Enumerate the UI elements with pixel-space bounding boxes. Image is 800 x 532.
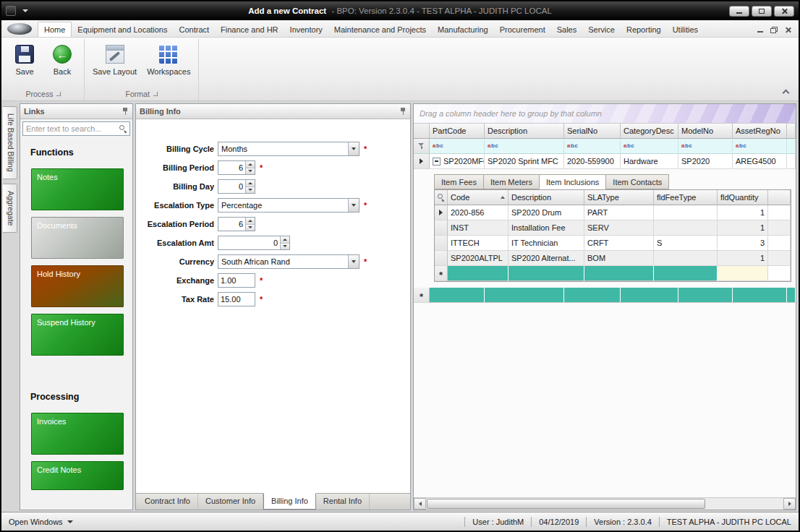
column-header-categorydesc[interactable]: CategoryDesc [621,124,678,139]
cell-assetregno[interactable]: AREG4500 [733,154,787,169]
minimize-button[interactable] [729,6,749,17]
column-header-modelno[interactable]: ModelNo [678,124,733,139]
escalation-period-input[interactable] [218,218,245,231]
new-row-cell-quantity[interactable] [718,266,768,281]
dropdown-arrow-button[interactable] [348,142,359,155]
ribbon-tab-utilities[interactable]: Utilities [667,22,704,37]
ribbon-tab-service[interactable]: Service [582,22,621,37]
new-row-cell[interactable] [508,266,584,281]
spin-down-button[interactable] [281,244,289,250]
tax-rate-input[interactable] [218,293,255,306]
scrollbar-thumb[interactable] [427,499,705,509]
ribbon-tab-reporting[interactable]: Reporting [621,22,667,37]
dropdown-arrow-button[interactable] [348,255,359,268]
new-row-cell[interactable] [621,288,678,303]
detail-cell-fldfeetype[interactable] [654,205,718,220]
billing-cycle-dropdown[interactable]: Months [218,142,359,156]
new-row-cell[interactable] [564,288,621,303]
tab-rental-info[interactable]: Rental Info [316,494,370,510]
scroll-left-button[interactable] [414,498,426,510]
new-row-cell[interactable] [485,288,564,303]
tab-item-meters[interactable]: Item Meters [483,174,539,189]
detail-cell-code[interactable]: INST [448,220,508,236]
new-row-cell[interactable] [448,266,508,281]
back-button[interactable]: Back [44,42,80,79]
detail-cell-code[interactable]: 2020-856 [448,205,508,220]
filter-cell-serialno[interactable] [564,139,621,154]
spin-up-button[interactable] [281,236,289,244]
child-close-icon[interactable] [785,27,791,33]
detail-cell-fldquantity[interactable]: 1 [718,251,768,266]
detail-cell-slatype[interactable]: PART [584,205,654,220]
column-header-assetregno[interactable]: AssetRegNo [733,124,787,139]
detail-cell-description[interactable]: Installation Fee [508,220,584,236]
detail-cell-description[interactable]: SP2020 Drum [508,205,584,220]
column-header-description[interactable]: Description [485,124,564,139]
spin-up-button[interactable] [246,180,255,187]
detail-cell-slatype[interactable]: BOM [584,251,654,266]
invoices-button[interactable]: Invoices [31,413,124,455]
save-layout-button[interactable]: Save Layout [88,42,141,79]
cell-partcode[interactable]: SP2020MFC [430,154,485,169]
open-windows-dropdown[interactable]: Open Windows [9,518,73,526]
detail-column-code[interactable]: Code [448,190,508,205]
ribbon-tab-contract[interactable]: Contract [174,22,216,37]
column-header-partcode[interactable]: PartCode [430,124,485,139]
pin-icon[interactable] [399,108,407,116]
detail-cell-description[interactable]: SP2020 Alternat... [508,251,584,266]
escalation-type-dropdown[interactable]: Percentage [218,198,359,213]
scrollbar-track[interactable] [426,498,783,510]
detail-column-fldquantity[interactable]: fldQuantity [718,190,768,205]
tab-billing-info[interactable]: Billing Info [263,493,316,510]
detail-cell-fldfeetype[interactable] [654,220,718,236]
cell-modelno[interactable]: SP2020 [678,154,733,169]
notes-button[interactable]: Notes [31,168,124,210]
ribbon-tab-manufacturing[interactable]: Manufacturing [432,22,494,37]
ribbon-tab-equipment-and-locations[interactable]: Equipment and Locations [72,22,173,37]
detail-column-description[interactable]: Description [508,190,584,205]
ribbon-tab-procurement[interactable]: Procurement [494,22,551,37]
save-button[interactable]: Save [7,42,43,79]
close-button[interactable] [774,6,794,17]
spin-up-button[interactable] [246,161,255,168]
detail-cell-slatype[interactable]: SERV [584,220,654,236]
ribbon-collapse-chevron-icon[interactable] [782,88,790,95]
side-tab-life-based-billing[interactable]: Life Based Billing [3,106,17,179]
ribbon-tab-finance-and-hr[interactable]: Finance and HR [215,22,284,37]
new-row-cell[interactable] [787,288,796,303]
tab-contract-info[interactable]: Contract Info [137,494,198,510]
detail-cell-slatype[interactable]: CRFT [584,236,654,251]
detail-cell-description[interactable]: IT Technician [508,236,584,251]
detail-cell-code[interactable]: SP2020ALTPL [448,251,508,266]
child-restore-icon[interactable] [770,27,778,33]
detail-column-fldfeetype[interactable]: fldFeeType [654,190,718,205]
side-tab-aggregate[interactable]: Aggregate [3,184,17,233]
detail-cell-fldquantity[interactable]: 1 [718,220,768,236]
new-row-cell[interactable] [678,288,733,303]
hold-history-button[interactable]: Hold History [31,265,124,307]
tab-item-inclusions[interactable]: Item Inclusions [539,174,605,189]
detail-cell-fldquantity[interactable]: 3 [718,236,768,251]
search-icon[interactable] [119,125,127,132]
credit-notes-button[interactable]: Credit Notes [31,461,124,490]
dialog-launcher-icon[interactable] [56,92,61,96]
bpo-logo[interactable] [7,23,32,35]
workspaces-button[interactable]: Workspaces [142,42,195,79]
escalation-amt-input[interactable] [218,236,280,249]
app-window-icon[interactable] [6,6,16,16]
new-row-cell[interactable] [654,266,718,281]
detail-cell-fldfeetype[interactable] [654,251,718,266]
tab-customer-info[interactable]: Customer Info [198,494,263,510]
spin-up-button[interactable] [246,218,255,225]
collapse-detail-icon[interactable] [433,158,441,166]
new-row-cell[interactable] [430,288,485,303]
ribbon-tab-home[interactable]: Home [38,22,72,37]
detail-cell-code[interactable]: ITTECH [448,236,508,251]
dropdown-arrow-button[interactable] [348,199,359,212]
tab-item-fees[interactable]: Item Fees [434,174,483,189]
new-row-cell[interactable] [584,266,654,281]
filter-cell-partcode[interactable] [430,139,485,154]
ribbon-tab-maintenance-and-projects[interactable]: Maintenance and Projects [328,22,432,37]
new-row-cell[interactable] [733,288,787,303]
cell-categorydesc[interactable]: Hardware [621,154,678,169]
